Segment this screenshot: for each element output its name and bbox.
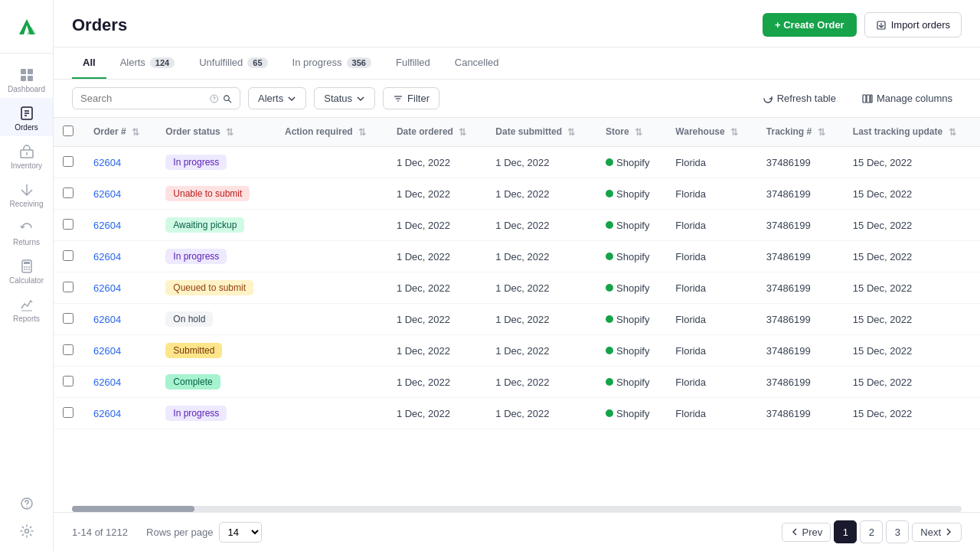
row-checkbox[interactable] bbox=[54, 304, 84, 335]
tab-all[interactable]: All bbox=[72, 47, 106, 79]
row-select-checkbox[interactable] bbox=[63, 407, 74, 418]
row-last-tracking: 15 Dec, 2022 bbox=[844, 210, 980, 241]
sidebar-item-receiving[interactable]: Receiving bbox=[0, 174, 53, 213]
prev-label: Prev bbox=[802, 527, 823, 538]
row-checkbox[interactable] bbox=[54, 178, 84, 210]
sidebar-item-help[interactable] bbox=[19, 490, 34, 514]
row-status: In progress bbox=[156, 398, 276, 429]
row-order-num[interactable]: 62604 bbox=[84, 304, 156, 335]
order-link[interactable]: 62604 bbox=[93, 251, 121, 262]
refresh-table-button[interactable]: Refresh table bbox=[753, 88, 845, 109]
row-checkbox[interactable] bbox=[54, 367, 84, 398]
row-action-required bbox=[276, 210, 387, 241]
row-checkbox[interactable] bbox=[54, 241, 84, 272]
row-order-num[interactable]: 62604 bbox=[84, 272, 156, 304]
table-row: 62604 Submitted 1 Dec, 2022 1 Dec, 2022 … bbox=[54, 335, 980, 367]
row-select-checkbox[interactable] bbox=[63, 282, 74, 292]
prev-page-button[interactable]: Prev bbox=[782, 523, 831, 542]
tab-cancelled[interactable]: Cancelled bbox=[444, 47, 510, 79]
row-select-checkbox[interactable] bbox=[63, 187, 74, 198]
row-select-checkbox[interactable] bbox=[63, 376, 74, 386]
order-link[interactable]: 62604 bbox=[93, 408, 121, 419]
page-2-button[interactable]: 2 bbox=[860, 520, 883, 543]
row-checkbox[interactable] bbox=[54, 272, 84, 304]
sidebar-item-returns[interactable]: Returns bbox=[0, 213, 53, 251]
logo-icon bbox=[11, 11, 42, 42]
row-warehouse: Florida bbox=[666, 178, 756, 210]
svg-rect-15 bbox=[24, 262, 30, 264]
page-3-button[interactable]: 3 bbox=[886, 520, 909, 543]
search-input[interactable] bbox=[80, 93, 205, 104]
inventory-icon bbox=[19, 144, 34, 159]
order-link[interactable]: 62604 bbox=[93, 157, 121, 168]
order-link[interactable]: 62604 bbox=[93, 314, 121, 325]
row-select-checkbox[interactable] bbox=[63, 313, 74, 324]
page-1-button[interactable]: 1 bbox=[834, 520, 857, 543]
tab-in-progress[interactable]: In progress 356 bbox=[282, 47, 382, 79]
tab-fulfilled[interactable]: Fulfilled bbox=[385, 47, 441, 79]
row-order-num[interactable]: 62604 bbox=[84, 210, 156, 241]
row-checkbox[interactable] bbox=[54, 210, 84, 241]
create-order-button[interactable]: + Create Order bbox=[763, 13, 857, 37]
next-page-button[interactable]: Next bbox=[912, 523, 962, 542]
header-date-submitted[interactable]: Date submitted ⇅ bbox=[486, 118, 596, 147]
row-date-submitted: 1 Dec, 2022 bbox=[486, 398, 596, 429]
alerts-filter-button[interactable]: Alerts bbox=[248, 87, 306, 109]
order-link[interactable]: 62604 bbox=[93, 282, 121, 294]
manage-columns-button[interactable]: Manage columns bbox=[853, 88, 962, 109]
search-box[interactable] bbox=[72, 87, 240, 109]
header-checkbox[interactable] bbox=[54, 118, 84, 147]
header-order-status[interactable]: Order status ⇅ bbox=[156, 118, 276, 147]
sidebar: Dashboard Orders Inventory Re bbox=[0, 0, 54, 551]
sidebar-item-reports[interactable]: Reports bbox=[0, 289, 53, 328]
header-action-required[interactable]: Action required ⇅ bbox=[276, 118, 387, 147]
svg-point-19 bbox=[24, 269, 25, 270]
row-checkbox[interactable] bbox=[54, 398, 84, 429]
svg-point-20 bbox=[26, 269, 28, 270]
table-row: 62604 In progress 1 Dec, 2022 1 Dec, 202… bbox=[54, 398, 980, 429]
row-order-num[interactable]: 62604 bbox=[84, 147, 156, 178]
row-select-checkbox[interactable] bbox=[63, 219, 74, 230]
row-select-checkbox[interactable] bbox=[63, 344, 74, 355]
horizontal-scrollbar[interactable] bbox=[72, 506, 962, 512]
row-date-submitted: 1 Dec, 2022 bbox=[486, 335, 596, 367]
row-date-ordered: 1 Dec, 2022 bbox=[387, 272, 486, 304]
status-filter-button[interactable]: Status bbox=[314, 87, 375, 109]
order-link[interactable]: 62604 bbox=[93, 377, 121, 388]
filter-button[interactable]: Filter bbox=[383, 87, 439, 109]
import-orders-button[interactable]: Import orders bbox=[864, 12, 962, 37]
row-order-num[interactable]: 62604 bbox=[84, 335, 156, 367]
header-date-ordered[interactable]: Date ordered ⇅ bbox=[387, 118, 486, 147]
sidebar-item-calculator[interactable]: Calculator bbox=[0, 251, 53, 289]
sidebar-item-dashboard[interactable]: Dashboard bbox=[0, 60, 53, 98]
row-order-num[interactable]: 62604 bbox=[84, 398, 156, 429]
scroll-thumb[interactable] bbox=[72, 506, 194, 512]
rows-per-page-select[interactable]: 14 25 50 100 bbox=[219, 522, 262, 543]
svg-point-21 bbox=[28, 269, 30, 270]
select-all-checkbox[interactable] bbox=[63, 126, 74, 136]
tab-alerts[interactable]: Alerts 124 bbox=[109, 47, 186, 79]
header-last-tracking[interactable]: Last tracking update ⇅ bbox=[844, 118, 980, 147]
header-order-num[interactable]: Order # ⇅ bbox=[84, 118, 156, 147]
order-link[interactable]: 62604 bbox=[93, 188, 121, 200]
row-date-ordered: 1 Dec, 2022 bbox=[387, 147, 486, 178]
row-checkbox[interactable] bbox=[54, 147, 84, 178]
row-order-num[interactable]: 62604 bbox=[84, 178, 156, 210]
table-row: 62604 Queued to submit 1 Dec, 2022 1 Dec… bbox=[54, 272, 980, 304]
sidebar-item-settings[interactable] bbox=[19, 517, 34, 542]
row-select-checkbox[interactable] bbox=[63, 250, 74, 261]
header-store[interactable]: Store ⇅ bbox=[596, 118, 666, 147]
row-select-checkbox[interactable] bbox=[63, 156, 74, 167]
header-warehouse[interactable]: Warehouse ⇅ bbox=[666, 118, 756, 147]
row-order-num[interactable]: 62604 bbox=[84, 241, 156, 272]
sidebar-item-inventory[interactable]: Inventory bbox=[0, 136, 53, 174]
row-last-tracking: 15 Dec, 2022 bbox=[844, 178, 980, 210]
order-link[interactable]: 62604 bbox=[93, 345, 121, 357]
header-tracking[interactable]: Tracking # ⇅ bbox=[757, 118, 844, 147]
row-last-tracking: 15 Dec, 2022 bbox=[844, 272, 980, 304]
sidebar-item-orders[interactable]: Orders bbox=[0, 98, 53, 136]
row-checkbox[interactable] bbox=[54, 335, 84, 367]
tab-unfulfilled[interactable]: Unfulfilled 65 bbox=[188, 47, 278, 79]
order-link[interactable]: 62604 bbox=[93, 220, 121, 231]
row-order-num[interactable]: 62604 bbox=[84, 367, 156, 398]
